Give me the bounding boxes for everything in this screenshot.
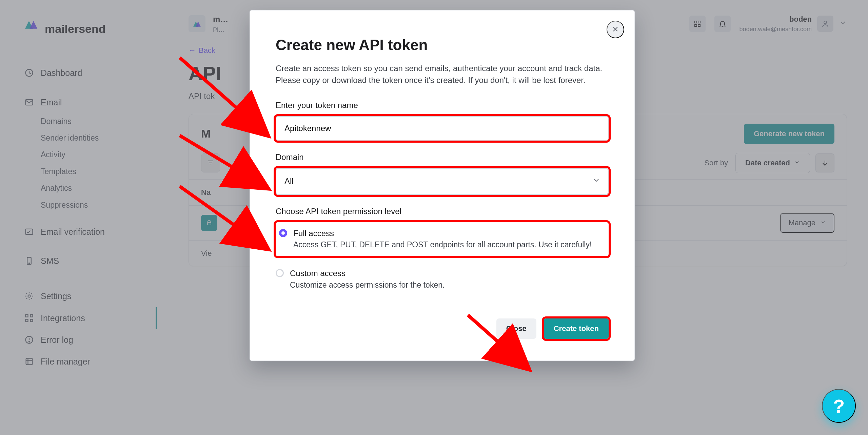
permission-full-desc: Access GET, PUT, DELETE and POST endpoin… <box>293 239 592 250</box>
permission-custom-title: Custom access <box>290 268 445 279</box>
permission-custom-access[interactable]: Custom access Customize access permissio… <box>276 264 609 292</box>
help-label: ? <box>833 395 845 417</box>
permission-full-title: Full access <box>293 228 592 240</box>
radio-dot-icon <box>279 229 287 237</box>
token-name-input[interactable] <box>276 116 609 141</box>
help-fab[interactable]: ? <box>822 389 856 423</box>
chevron-down-icon <box>592 176 600 186</box>
token-name-label: Enter your token name <box>276 100 609 111</box>
domain-value: All <box>284 177 294 186</box>
domain-select[interactable]: All <box>276 168 609 195</box>
modal-lead: Create an access token so you can send e… <box>276 63 609 86</box>
permission-label: Choose API token permission level <box>276 206 609 218</box>
modal-close-action[interactable]: Close <box>496 318 536 339</box>
permission-full-access[interactable]: Full access Access GET, PUT, DELETE and … <box>276 222 609 256</box>
create-token-modal: Create new API token Create an access to… <box>250 10 635 361</box>
radio-dot-icon <box>276 269 284 277</box>
modal-close-button[interactable] <box>607 21 624 38</box>
permission-custom-desc: Customize access permissions for the tok… <box>290 279 445 291</box>
create-token-button[interactable]: Create token <box>544 318 609 339</box>
close-icon <box>611 25 619 34</box>
domain-label: Domain <box>276 151 609 163</box>
modal-title: Create new API token <box>276 34 609 56</box>
